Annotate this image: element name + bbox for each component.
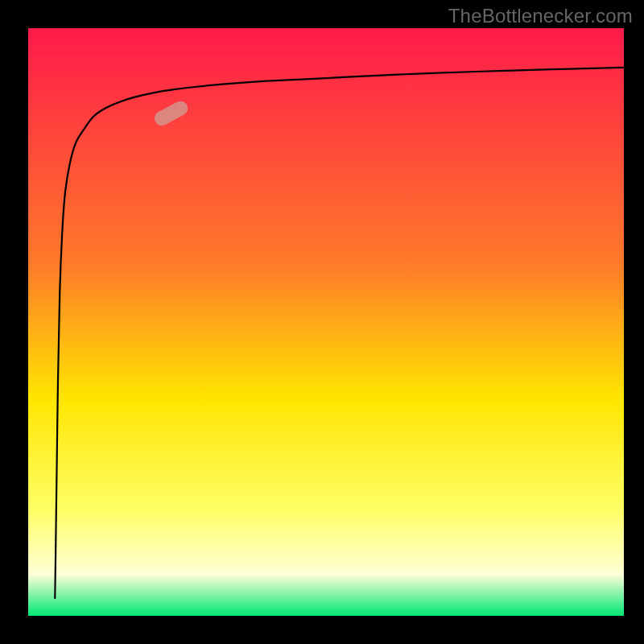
gradient-background [28,28,624,616]
watermark-text: TheBottlenecker.com [448,5,633,27]
chart-container: TheBottlenecker.com [0,0,644,644]
plot-area [28,28,624,616]
chart-svg [28,28,624,616]
